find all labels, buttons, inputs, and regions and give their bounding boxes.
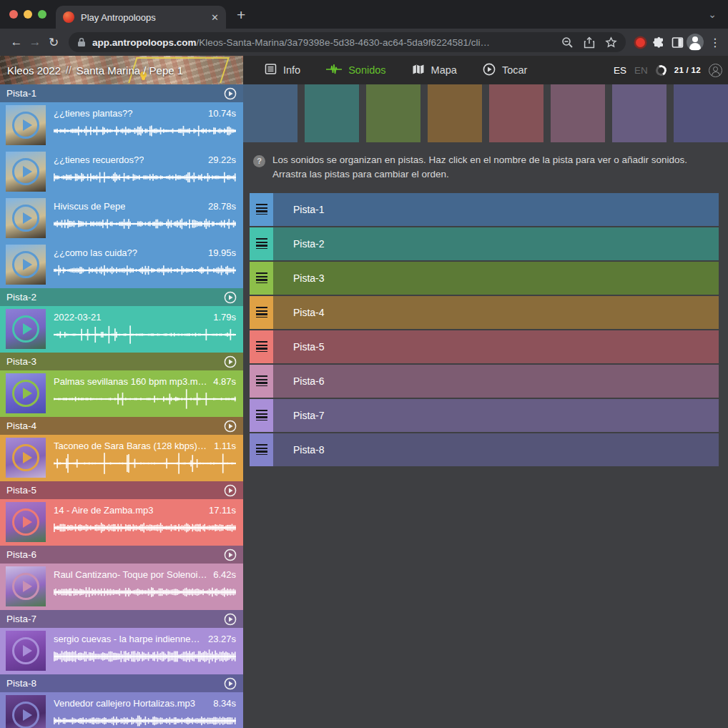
address-bar[interactable]: app.antropoloops.com/Kleos-Santa-Marina/… — [69, 32, 626, 52]
sound-item[interactable]: Raul Cantizano- Toque por Solenoide.mp3 … — [0, 564, 243, 610]
bookmark-star-icon[interactable] — [605, 36, 617, 49]
drag-handle[interactable] — [250, 399, 273, 432]
sound-thumbnail[interactable] — [6, 152, 46, 192]
track-row-bar[interactable]: Pista-5 — [273, 330, 719, 363]
account-icon[interactable] — [709, 64, 722, 77]
zoom-window-button[interactable] — [38, 10, 46, 19]
drag-handle[interactable] — [250, 330, 273, 363]
side-panel-icon[interactable] — [668, 33, 687, 51]
track-row-bar[interactable]: Pista-8 — [273, 433, 719, 466]
sound-thumbnail[interactable] — [6, 695, 46, 728]
sound-item[interactable]: Vendedor callejero Hortalizas.mp3 8.34s — [0, 692, 243, 728]
track-section-header[interactable]: Pista-7 — [0, 610, 243, 628]
zoom-icon[interactable] — [561, 36, 574, 49]
sound-item[interactable]: sergio cuevas - la harpe indienne - 03 -… — [0, 628, 243, 674]
track-play-icon[interactable] — [224, 420, 237, 433]
sound-thumbnail[interactable] — [6, 198, 46, 238]
sound-item[interactable]: ¿¿como las cuida?? 19.95s — [0, 242, 243, 288]
track-section-header[interactable]: Pista-6 — [0, 546, 243, 564]
breadcrumb-project[interactable]: Kleos 2022 — [7, 64, 61, 77]
sound-thumbnail[interactable] — [6, 105, 46, 145]
sound-play-icon[interactable] — [12, 158, 39, 185]
tab-close-icon[interactable]: ✕ — [211, 12, 219, 23]
sound-play-icon[interactable] — [12, 251, 39, 278]
sound-item[interactable]: Hiviscus de Pepe 28.78s — [0, 195, 243, 242]
drag-handle[interactable] — [250, 365, 273, 398]
track-row[interactable]: Pista-5 — [250, 330, 719, 363]
track-row-bar[interactable]: Pista-1 — [273, 193, 719, 226]
track-section-header[interactable]: Pista-5 — [0, 481, 243, 499]
track-row-bar[interactable]: Pista-2 — [273, 227, 719, 260]
drag-handle[interactable] — [250, 296, 273, 329]
drag-handle[interactable] — [250, 227, 273, 260]
nav-item-info[interactable]: Info — [265, 63, 300, 77]
lang-es-button[interactable]: ES — [614, 65, 626, 76]
track-play-icon[interactable] — [224, 484, 237, 497]
new-tab-button[interactable]: + — [237, 6, 245, 24]
track-play-icon[interactable] — [224, 613, 237, 626]
nav-item-tocar[interactable]: Tocar — [483, 63, 527, 78]
sound-item[interactable]: 2022-03-21 1.79s — [0, 306, 243, 353]
track-row[interactable]: Pista-4 — [250, 296, 719, 329]
track-row-bar[interactable]: Pista-3 — [273, 262, 719, 295]
nav-item-sonidos[interactable]: Sonidos — [326, 64, 385, 77]
track-play-icon[interactable] — [224, 677, 237, 690]
sound-play-icon[interactable] — [12, 702, 39, 728]
reload-button[interactable]: ↻ — [44, 33, 63, 51]
drag-handle[interactable] — [250, 433, 273, 466]
drag-handle[interactable] — [250, 193, 273, 226]
sound-item[interactable]: ¿¿tienes plantas?? 10.74s — [0, 102, 243, 149]
track-play-icon[interactable] — [224, 549, 237, 561]
sound-item[interactable]: ¿¿tienes recuerdos?? 29.22s — [0, 149, 243, 195]
recording-extension-icon[interactable] — [636, 38, 645, 47]
track-row[interactable]: Pista-2 — [250, 227, 719, 260]
track-section-header[interactable]: Pista-1 — [0, 84, 243, 102]
sound-thumbnail[interactable] — [6, 373, 46, 413]
track-section-header[interactable]: Pista-4 — [0, 417, 243, 435]
browser-menu-icon[interactable]: ⋮ — [709, 36, 721, 49]
sound-play-icon[interactable] — [12, 315, 39, 343]
sound-thumbnail[interactable] — [6, 438, 46, 478]
sound-item[interactable]: 14 - Aire de Zamba.mp3 17.11s — [0, 499, 243, 546]
track-section-header[interactable]: Pista-3 — [0, 353, 243, 370]
close-window-button[interactable] — [9, 10, 18, 19]
track-section-header[interactable]: Pista-2 — [0, 288, 243, 306]
track-play-icon[interactable] — [224, 355, 237, 368]
tab-search-chevron-icon[interactable]: ⌄ — [708, 9, 717, 20]
sound-play-icon[interactable] — [12, 573, 39, 600]
sound-thumbnail[interactable] — [6, 245, 46, 285]
project-map-banner[interactable]: Kleos 2022 // Santa Marina / Pepe 1 — [0, 56, 243, 84]
sound-thumbnail[interactable] — [6, 502, 46, 542]
sound-thumbnail[interactable] — [6, 631, 46, 671]
share-icon[interactable] — [584, 36, 595, 49]
track-row[interactable]: Pista-1 — [250, 193, 719, 226]
track-row-bar[interactable]: Pista-6 — [273, 365, 719, 398]
nav-item-mapa[interactable]: Mapa — [412, 64, 457, 77]
sound-play-icon[interactable] — [12, 508, 39, 536]
track-row-bar[interactable]: Pista-4 — [273, 296, 719, 329]
sound-thumbnail[interactable] — [6, 566, 46, 606]
sound-item[interactable]: Palmas sevillanas 160 bpm mp3.mp3 4.87s — [0, 370, 243, 417]
sound-play-icon[interactable] — [12, 112, 39, 139]
sound-play-icon[interactable] — [12, 444, 39, 471]
extensions-puzzle-icon[interactable] — [649, 33, 668, 51]
track-row[interactable]: Pista-8 — [250, 433, 719, 466]
drag-handle[interactable] — [250, 262, 273, 295]
track-section-header[interactable]: Pista-8 — [0, 674, 243, 692]
track-row[interactable]: Pista-6 — [250, 365, 719, 398]
track-play-icon[interactable] — [224, 87, 237, 100]
sound-play-icon[interactable] — [12, 380, 39, 407]
sound-item[interactable]: Taconeo de Sara Baras (128 kbps).mp3 1.1… — [0, 435, 243, 481]
minimize-window-button[interactable] — [24, 10, 32, 19]
sound-play-icon[interactable] — [12, 637, 39, 664]
forward-button[interactable]: → — [26, 33, 44, 51]
track-play-icon[interactable] — [224, 291, 237, 304]
track-row[interactable]: Pista-7 — [250, 399, 719, 432]
sound-play-icon[interactable] — [12, 205, 39, 232]
browser-profile-avatar[interactable] — [687, 34, 704, 51]
browser-tab[interactable]: Play Antropoloops ✕ — [56, 6, 226, 29]
track-row[interactable]: Pista-3 — [250, 262, 719, 295]
lang-en-button[interactable]: EN — [634, 65, 648, 76]
track-row-bar[interactable]: Pista-7 — [273, 399, 719, 432]
sound-thumbnail[interactable] — [6, 309, 46, 349]
